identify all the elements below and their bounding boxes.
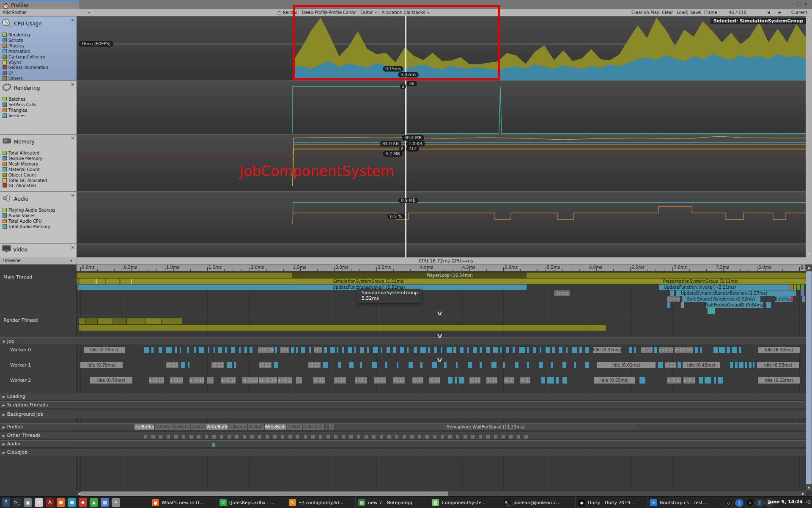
current-frame-button[interactable]: Current [791,9,807,16]
worker-busy-segment[interactable] [459,377,464,384]
worker-busy-segment[interactable] [654,347,657,353]
profiler-writebuffer-box[interactable]: riteBuffer [134,424,154,430]
profiler-writebuffer-box[interactable]: teBuffer [155,424,173,430]
worker-sample-segment[interactable]: le (0.21m [242,377,258,384]
worker-busy-segment[interactable] [639,377,645,384]
other-thread-sample[interactable] [319,435,322,439]
other-thread-sample[interactable] [494,435,497,439]
legend-color-chip[interactable] [3,208,7,212]
worker-busy-segment[interactable] [658,362,663,368]
taskbar-launcher-9-icon[interactable]: ▦ [101,498,109,507]
legend-color-chip[interactable] [3,151,7,155]
worker-sample-segment[interactable]: (0.15 [429,377,440,384]
taskbar-task-bootstrap-cs-test-[interactable]: ⟐Bootstrap.cs - Test... [647,497,717,508]
legend-item-total-audio-cpu[interactable]: Total Audio CPU [3,219,41,224]
timeline-hscroll-thumb[interactable] [80,491,448,496]
other-thread-sample[interactable] [304,435,307,439]
other-thread-sample[interactable] [464,435,467,439]
worker-busy-segment[interactable] [239,347,241,353]
worker-sample-segment[interactable]: e (0.18n [189,377,204,384]
worker-busy-segment[interactable] [414,347,417,353]
worker-busy-segment[interactable] [330,347,335,353]
worker-idle-segment[interactable]: Idle (0.61ms) [597,362,656,368]
timeline-sample-box[interactable]: Batches [775,296,791,302]
expand-chevron-icon[interactable]: ∨ [436,332,444,340]
worker-busy-segment[interactable] [337,347,338,353]
other-thread-sample[interactable] [471,435,475,439]
other-thread-sample[interactable] [395,435,398,439]
legend-item-texture-memory[interactable]: Texture Memory [3,156,42,161]
chart-area-3[interactable] [77,191,806,243]
legend-item-triangles[interactable]: Triangles [3,108,27,113]
load-button[interactable]: Load [677,9,687,16]
worker-busy-segment[interactable] [506,347,509,353]
legend-color-chip[interactable] [3,38,7,42]
timeline-pane[interactable]: GroupeChunkBatchesPlayerLoop (16.54ms)Si… [0,271,812,491]
legend-color-chip[interactable] [3,224,7,229]
worker-busy-segment[interactable] [559,347,562,353]
legend-item-global-illumination[interactable]: Global Illumination [3,65,48,70]
worker-idle-segment[interactable]: Idle (0.43ms) [683,362,720,368]
timeline-sample-bar[interactable] [670,290,674,296]
legend-color-chip[interactable] [3,219,7,223]
worker-busy-segment[interactable] [234,362,236,368]
worker-idle-segment[interactable]: Idle (0.70ms) [80,362,123,368]
timeline-sample-bar[interactable] [790,284,793,290]
worker-busy-segment[interactable] [634,347,636,353]
worker-busy-segment[interactable] [180,347,181,353]
legend-color-chip[interactable] [3,173,7,177]
taskbar-task-what-s-new-in-u-[interactable]: ●What's new in U... [149,497,215,508]
thread-row-worker-1[interactable]: Worker 1 [10,362,31,368]
worker-busy-segment[interactable] [448,377,453,384]
timeline-sample-bar[interactable] [681,302,684,308]
worker-sample-segment[interactable]: e (0.15 [683,377,695,384]
window-maximize-icon[interactable]: □ [797,1,804,7]
timeline-hscroll-left-icon[interactable]: ◀ [77,492,82,496]
timeline-sample-bar[interactable] [79,284,527,290]
worker-busy-segment[interactable] [527,347,529,353]
worker-busy-segment[interactable] [540,347,541,353]
profiler-writebuffer-box[interactable]: teBuff [191,424,206,430]
worker-busy-segment[interactable] [699,377,703,384]
render-thread-bar[interactable] [79,318,85,324]
chart-area-2[interactable] [77,134,806,191]
thread-row-loading[interactable]: ▶ Loading [3,394,25,399]
worker-busy-segment[interactable] [491,362,497,368]
worker-sample-segment[interactable]: (0.15 [334,377,346,384]
worker-busy-segment[interactable] [500,347,502,353]
timeline-sample-bar[interactable] [96,279,97,284]
render-thread-bar[interactable] [145,318,161,324]
timeline-sample-bar[interactable] [794,284,796,290]
chart-area-1[interactable] [77,80,806,134]
timeline-vscroll-down-icon[interactable]: ▼ [806,486,812,490]
other-thread-sample[interactable] [502,435,505,439]
profiler-writebuffer-box[interactable] [326,424,327,430]
thread-row-worker-2[interactable]: Worker 2 [10,378,31,383]
tray-user-icon[interactable]: 👤 [755,499,764,507]
worker-sample-segment[interactable]: s (0.15 [170,377,183,384]
timeline-sample-bar[interactable] [708,308,715,314]
timeline-ruler[interactable]: 0.0ms0.5ms1.0ms1.5ms2.0ms2.5ms3.0ms3.5ms… [77,265,806,271]
worker-sample-segment[interactable]: e (0.15m [659,347,673,353]
legend-item-vertices[interactable]: Vertices [3,113,25,119]
worker-busy-segment[interactable] [309,347,311,353]
legend-item-audio-voices[interactable]: Audio Voices [3,213,35,218]
taskbar-launcher-2-icon[interactable]: ▣ [24,498,32,507]
other-thread-sample[interactable] [456,435,459,439]
other-thread-sample[interactable] [342,435,345,439]
worker-busy-segment[interactable] [547,377,554,384]
frame-next-button[interactable]: ▶ [779,9,781,16]
worker-busy-segment[interactable] [434,347,437,353]
profiler-writebuffer-box[interactable]: teBuff [287,424,302,430]
thread-row-other-threads[interactable]: ▶ Other Threads [3,433,41,438]
worker-busy-segment[interactable] [397,362,398,368]
worker-sample-segment[interactable]: lle (0.24ms [259,377,277,384]
legend-item-batches[interactable]: Batches [3,97,25,102]
charts-vscroll-up-icon[interactable]: ▲ [806,17,812,20]
timeline-sample-box[interactable]: eChunk [667,296,680,302]
worker-busy-segment[interactable] [700,347,702,353]
worker-busy-segment[interactable] [456,362,458,368]
worker-busy-segment[interactable] [539,362,543,368]
timeline-sample-bar[interactable] [802,296,805,302]
taskbar-launcher-5-icon[interactable]: ● [57,498,65,507]
